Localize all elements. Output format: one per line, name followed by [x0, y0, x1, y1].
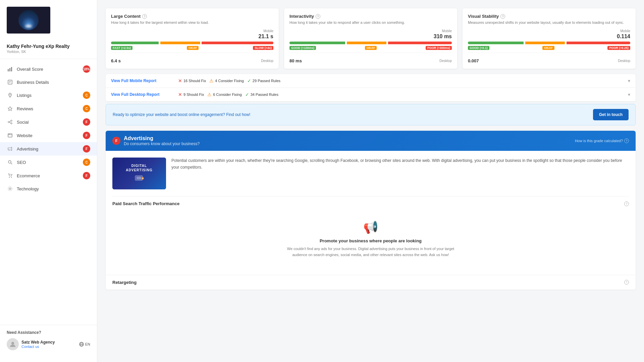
seo-icon [7, 159, 13, 166]
advertising-title-group: Advertising Do consumers know about your… [124, 135, 200, 146]
mobile-report-row[interactable]: View Full Mobile Report ✕ 16 Should Fix … [106, 74, 636, 87]
paid-search-empty: 📢 Promote your business where people are… [112, 210, 629, 268]
sidebar-item-overall-score[interactable]: Overall Score 18% [0, 62, 97, 76]
svg-point-21 [11, 177, 12, 178]
advertising-header: F Advertising Do consumers know about yo… [106, 131, 636, 151]
reviews-label: Reviews [17, 106, 83, 111]
retargeting-info-icon[interactable]: ? [624, 280, 629, 285]
sidebar-logo [0, 0, 97, 40]
agency-info: Satz Web Agency Contact us [7, 338, 55, 350]
sidebar-item-technology[interactable]: Technology [0, 182, 97, 195]
retargeting-row: Retargeting ? [106, 275, 636, 290]
ecommerce-label: Ecommerce [17, 173, 83, 178]
how-grade-link[interactable]: How is this grade calculated? ? [575, 138, 629, 143]
visual-stability-labels: GOOD (<0.1) OKAY POOR (>0.25) [468, 46, 630, 50]
paid-search-title: Paid Search Traffic Performance [112, 201, 179, 206]
svg-line-12 [9, 122, 11, 123]
ad-image-title: DIGITALADVERTISING [126, 164, 152, 172]
listings-label: Listings [17, 93, 83, 98]
website-icon [7, 132, 13, 139]
cta-text: Ready to optimize your website and boost… [113, 112, 250, 117]
interactivity-info-icon[interactable]: ? [316, 14, 320, 19]
chart-icon [7, 66, 13, 72]
large-content-bar [111, 42, 273, 44]
svg-point-15 [9, 134, 9, 134]
svg-point-8 [11, 120, 12, 121]
paid-search-info-icon[interactable]: ? [624, 201, 629, 206]
sidebar-item-listings[interactable]: Listings C [0, 88, 97, 102]
social-icon [7, 119, 13, 125]
poor-label: POOR (>0.25) [607, 46, 630, 50]
good-label: GOOD (<0.1) [468, 46, 489, 50]
interactivity-mobile-value: 310 ms [434, 34, 452, 40]
how-grade-icon: ? [624, 138, 629, 143]
agency-contact-link[interactable]: Contact us [21, 345, 55, 349]
sidebar-item-reviews[interactable]: Reviews C [0, 102, 97, 115]
visual-stability-desc: Measures unexpected shifts in your websi… [468, 20, 630, 25]
sidebar-item-website[interactable]: Website F [0, 129, 97, 142]
sidebar-user-info: Kathy Fehr-Yung eXp Realty Yorkton, SK [0, 40, 97, 59]
main-content: Large Content ? How long it takes for th… [97, 0, 644, 362]
fast-label: FAST (<2.5s) [111, 46, 132, 50]
sidebar-item-social[interactable]: Social F [0, 115, 97, 129]
large-content-labels: FAST (<2.5s) OKAY SLOW (>4s) [111, 46, 273, 50]
empty-icon: 📢 [119, 220, 622, 234]
svg-line-11 [9, 121, 11, 122]
paid-search-subsection: Paid Search Traffic Performance ? 📢 Prom… [106, 196, 636, 275]
interactivity-mobile-label: Mobile [289, 29, 452, 33]
svg-point-22 [9, 188, 11, 190]
ecommerce-icon [7, 172, 13, 179]
visual-stability-card: Visual Stability ? Measures unexpected s… [463, 8, 636, 69]
visual-stability-mobile-value-row: 0.114 [468, 34, 630, 40]
language-label: EN [85, 342, 90, 346]
large-content-desktop-label: Desktop [261, 59, 273, 63]
sidebar-item-ecommerce[interactable]: Ecommerce F [0, 169, 97, 182]
desktop-passed-rules-text: 34 Passed Rules [251, 93, 278, 97]
large-content-desc: How long it takes for the largest elemen… [111, 20, 273, 25]
mobile-should-fix-badge: ✕ 16 Should Fix [178, 78, 206, 83]
agency-name: Satz Web Agency [21, 340, 55, 345]
svg-rect-13 [8, 134, 12, 137]
visual-stability-desktop: 0.007 Desktop [468, 53, 630, 63]
language-selector[interactable]: EN [79, 342, 90, 347]
sidebar-item-seo[interactable]: SEO C [0, 156, 97, 169]
bar-slow [202, 42, 273, 44]
logo-light [25, 25, 32, 27]
mobile-report-expand-icon[interactable]: ▾ [628, 78, 630, 83]
svg-rect-2 [11, 67, 12, 71]
agency-row: Satz Web Agency Contact us EN [7, 338, 90, 350]
bar-good [468, 42, 524, 44]
sidebar-item-advertising[interactable]: Advertising F [0, 142, 97, 156]
empty-desc: We couldn't find any ads for your busine… [287, 246, 454, 258]
visual-stability-info-icon[interactable]: ? [500, 14, 505, 19]
interactivity-desktop-row: 80 ms Desktop [289, 58, 452, 63]
bar-good [289, 42, 345, 44]
overall-score-badge: 18% [83, 65, 90, 73]
visual-stability-desktop-value: 0.007 [468, 58, 479, 63]
bar-poor [567, 42, 630, 44]
advertising-section: F Advertising Do consumers know about yo… [106, 131, 636, 289]
mobile-consider-fixing-text: 4 Consider Fixing [215, 79, 244, 83]
bar-poor [388, 42, 452, 44]
listings-badge: C [83, 92, 90, 99]
svg-marker-7 [8, 107, 12, 111]
desktop-report-row[interactable]: View Full Desktop Report ✕ 9 Should Fix … [106, 88, 636, 101]
sidebar-item-business-details[interactable]: Business Details [0, 76, 97, 88]
large-content-info-icon[interactable]: ? [142, 14, 147, 19]
desktop-report-expand-icon[interactable]: ▾ [628, 92, 630, 97]
social-label: Social [17, 120, 83, 125]
visual-stability-bar [468, 42, 630, 44]
interactivity-desktop-label: Desktop [439, 59, 452, 63]
warn-icon: ⚠ [209, 78, 214, 83]
large-content-desktop: 6.4 s Desktop [111, 53, 273, 63]
interactivity-bar [289, 42, 452, 44]
svg-point-6 [10, 94, 11, 95]
bar-okay [160, 42, 200, 44]
get-in-touch-button[interactable]: Get in touch [593, 109, 629, 120]
mobile-passed-rules-text: 29 Passed Rules [253, 79, 280, 83]
large-content-desktop-value: 6.4 s [111, 58, 121, 63]
interactivity-card: Interactivity ? How long it takes your s… [284, 8, 457, 69]
mobile-consider-fixing-badge: ⚠ 4 Consider Fixing [209, 78, 244, 83]
svg-point-23 [8, 187, 12, 191]
advertising-body: DIGITALADVERTISING Potential customers a… [106, 151, 636, 196]
